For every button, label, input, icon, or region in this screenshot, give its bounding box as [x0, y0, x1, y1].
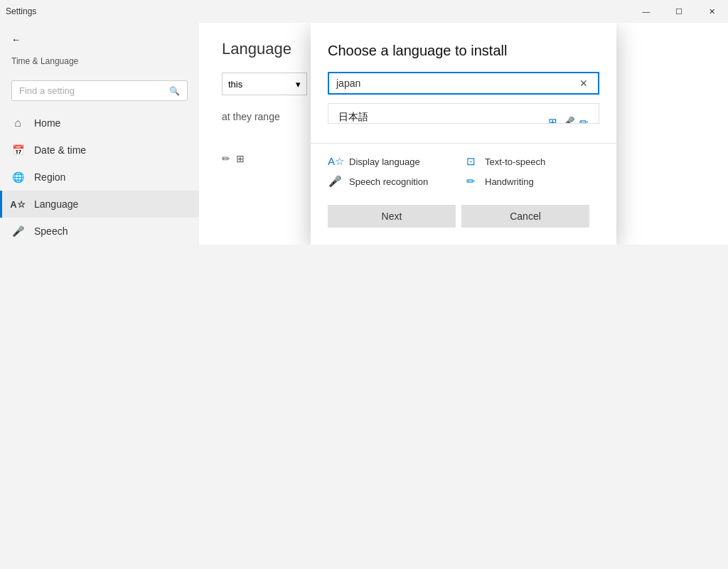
home-icon: ⌂ — [11, 117, 24, 129]
next-button[interactable]: Next — [328, 205, 456, 228]
main-content: Language this ▾ at they range ✏ ⊞ Choose… — [199, 23, 728, 245]
display-language-icon: A☆ — [328, 155, 342, 168]
back-button[interactable]: ← — [0, 28, 199, 50]
sidebar-item-label-language: Language — [34, 198, 78, 210]
sidebar-item-speech[interactable]: 🎤 Speech — [0, 218, 199, 245]
feature-label-handwriting: Handwriting — [485, 176, 534, 187]
handwriting-feature-icon: ✏ — [464, 175, 478, 188]
cancel-button[interactable]: Cancel — [461, 205, 589, 228]
sidebar-item-label-home: Home — [34, 117, 60, 129]
dialog-title: Choose a language to install — [328, 43, 599, 59]
feature-label-display: Display language — [349, 156, 420, 167]
sidebar-item-label-datetime: Date & time — [34, 144, 86, 156]
sidebar-item-region[interactable]: 🌐 Region — [0, 164, 199, 191]
sidebar-item-date-time[interactable]: 📅 Date & time — [0, 137, 199, 164]
settings-body: ← Time & Language Find a setting 🔍 ⌂ Hom… — [0, 23, 728, 245]
feature-display-language: A☆ Display language — [328, 155, 464, 168]
maximize-button[interactable]: ☐ — [663, 0, 695, 23]
chevron-down-icon: ▾ — [296, 79, 301, 90]
feature-label-speech: Speech recognition — [349, 176, 428, 187]
close-button[interactable]: ✕ — [695, 0, 728, 23]
tts-icon: 🎤 — [562, 116, 575, 124]
back-icon: ← — [11, 34, 21, 45]
search-placeholder: Find a setting — [19, 85, 75, 96]
sidebar-search-box[interactable]: Find a setting 🔍 — [11, 80, 188, 101]
keyboard-icon: ⊞ — [236, 153, 245, 164]
feature-handwriting: ✏ Handwriting — [464, 175, 599, 188]
sidebar-item-home[interactable]: ⌂ Home — [0, 110, 199, 137]
handwriting-icon: ✏ — [579, 116, 589, 124]
dialog-buttons: Next Cancel — [328, 205, 599, 228]
language-icon: A☆ — [11, 198, 24, 211]
window-controls: — ☐ ✕ — [630, 0, 728, 23]
language-search-input[interactable] — [336, 78, 577, 89]
minimize-button[interactable]: — — [630, 0, 663, 23]
language-search-box[interactable]: ✕ — [328, 72, 599, 95]
calendar-icon: 📅 — [11, 144, 24, 156]
sidebar-item-label-speech: Speech — [34, 225, 68, 237]
dropdown-value: this — [228, 79, 242, 90]
language-feature-icons: ⊞ 🎤 ✏ — [548, 116, 589, 124]
globe-icon: 🌐 — [11, 171, 24, 184]
feature-tts: ⊡ Text-to-speech — [464, 155, 599, 168]
language-install-dialog: Choose a language to install ✕ 日本語 Japan… — [311, 23, 616, 245]
microphone-icon: 🎤 — [11, 225, 24, 238]
language-native-name: 日本語 — [338, 111, 375, 124]
language-dropdown[interactable]: this ▾ — [222, 73, 307, 95]
language-list: 日本語 Japanese ⊞ 🎤 ✏ — [328, 103, 599, 124]
speech-recognition-icon: 🎤 — [328, 175, 342, 188]
language-item-japanese[interactable]: 日本語 Japanese ⊞ 🎤 ✏ — [328, 104, 599, 124]
sidebar-section-title: Time & Language — [0, 50, 199, 78]
sidebar-item-label-region: Region — [34, 171, 65, 183]
feature-speech-recognition: 🎤 Speech recognition — [328, 175, 464, 188]
tts-feature-icon: ⊡ — [464, 155, 478, 168]
search-clear-button[interactable]: ✕ — [577, 76, 591, 90]
feature-label-tts: Text-to-speech — [485, 156, 545, 167]
language-features: A☆ Display language ⊡ Text-to-speech 🎤 S… — [328, 144, 599, 196]
title-bar: Settings — ☐ ✕ — [0, 0, 728, 23]
display-lang-icon: ⊞ — [548, 116, 557, 124]
edit-icon: ✏ — [222, 153, 230, 164]
window-title: Settings — [6, 6, 36, 16]
sidebar-item-language[interactable]: A☆ Language — [0, 191, 199, 218]
search-icon: 🔍 — [169, 86, 180, 96]
sidebar: ← Time & Language Find a setting 🔍 ⌂ Hom… — [0, 23, 199, 245]
